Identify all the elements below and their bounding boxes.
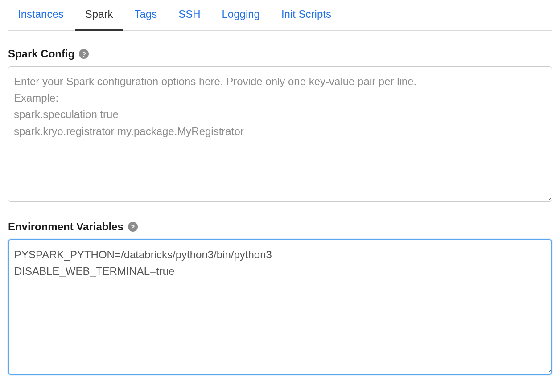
spark-config-textarea[interactable] [8, 66, 552, 202]
tab-init-scripts[interactable]: Init Scripts [281, 8, 331, 30]
tab-tags[interactable]: Tags [134, 8, 157, 30]
tab-instances[interactable]: Instances [18, 8, 64, 30]
help-icon[interactable]: ? [128, 222, 138, 232]
spark-config-label: Spark Config [8, 48, 74, 60]
env-vars-label-row: Environment Variables ? [8, 220, 552, 233]
tabs-container: Instances Spark Tags SSH Logging Init Sc… [8, 0, 552, 31]
env-vars-textarea[interactable] [8, 239, 552, 375]
env-vars-section: Environment Variables ? [8, 220, 552, 376]
tab-logging[interactable]: Logging [222, 8, 260, 30]
spark-config-section: Spark Config ? [8, 48, 552, 204]
tab-ssh[interactable]: SSH [178, 8, 200, 30]
help-icon[interactable]: ? [79, 49, 89, 59]
tab-spark[interactable]: Spark [85, 8, 113, 30]
env-vars-label: Environment Variables [8, 220, 124, 233]
spark-config-label-row: Spark Config ? [8, 48, 552, 60]
